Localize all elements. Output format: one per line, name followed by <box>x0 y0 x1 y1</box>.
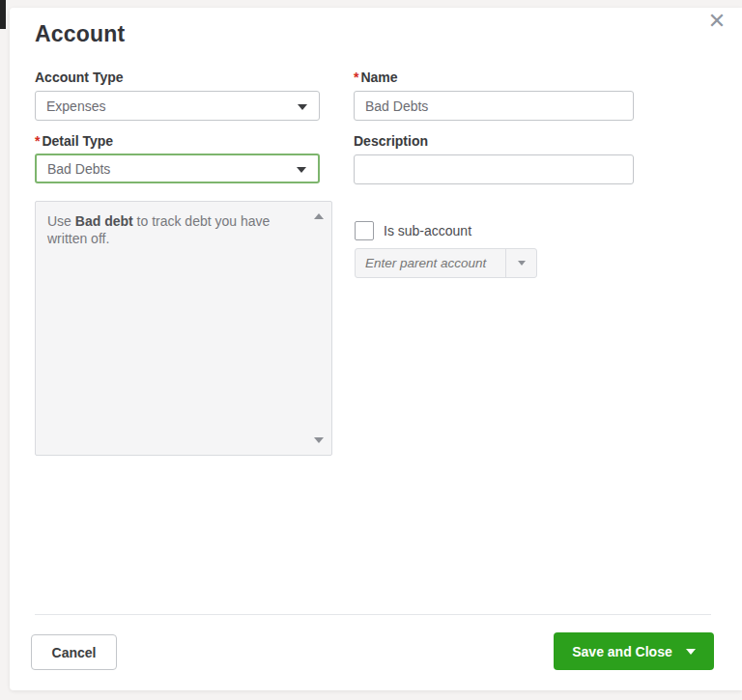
parent-account-input[interactable] <box>356 249 505 277</box>
is-subaccount-checkbox[interactable] <box>355 221 374 240</box>
save-button-label: Save and Close <box>572 644 672 659</box>
detail-type-value: Bad Debts <box>47 161 110 177</box>
name-label: *Name <box>354 70 398 85</box>
detail-type-label-text: Detail Type <box>42 133 113 149</box>
is-subaccount-label: Is sub-account <box>384 223 471 238</box>
name-input[interactable] <box>354 91 634 121</box>
name-label-text: Name <box>360 70 397 85</box>
info-text-prefix: Use <box>47 213 75 229</box>
account-type-select[interactable]: Expenses <box>35 91 320 121</box>
account-dialog: ✕ Account Account Type Expenses *Name *D… <box>10 8 742 690</box>
cancel-button[interactable]: Cancel <box>31 634 117 670</box>
caret-down-icon <box>297 167 306 173</box>
save-and-close-button[interactable]: Save and Close <box>554 632 714 670</box>
screen: ✕ Account Account Type Expenses *Name *D… <box>0 0 742 700</box>
caret-down-icon <box>518 261 526 266</box>
description-label: Description <box>354 133 428 149</box>
close-icon[interactable]: ✕ <box>703 8 730 35</box>
footer-divider <box>35 614 711 615</box>
detail-type-info-panel: Use Bad debt to track debt you have writ… <box>35 201 332 456</box>
caret-down-icon[interactable] <box>686 649 696 655</box>
detail-type-select[interactable]: Bad Debts <box>35 154 320 183</box>
scroll-down-icon[interactable] <box>314 437 324 443</box>
account-type-label: Account Type <box>35 70 124 85</box>
detail-type-label: *Detail Type <box>35 133 113 149</box>
info-text-bold: Bad debt <box>75 213 133 229</box>
required-asterisk: * <box>35 133 40 149</box>
background-artifact <box>0 0 6 29</box>
scroll-up-icon[interactable] <box>314 213 324 219</box>
account-type-value: Expenses <box>46 98 105 114</box>
description-input[interactable] <box>354 154 634 184</box>
parent-account-combo <box>355 248 537 278</box>
account-type-label-text: Account Type <box>35 70 124 85</box>
caret-down-icon <box>298 104 307 110</box>
sub-account-row: Is sub-account <box>355 221 471 240</box>
detail-type-info-text: Use Bad debt to track debt you have writ… <box>47 212 304 247</box>
parent-account-dropdown-button[interactable] <box>505 249 536 277</box>
dialog-title: Account <box>35 21 125 47</box>
description-label-text: Description <box>354 133 428 149</box>
required-asterisk: * <box>354 70 358 85</box>
